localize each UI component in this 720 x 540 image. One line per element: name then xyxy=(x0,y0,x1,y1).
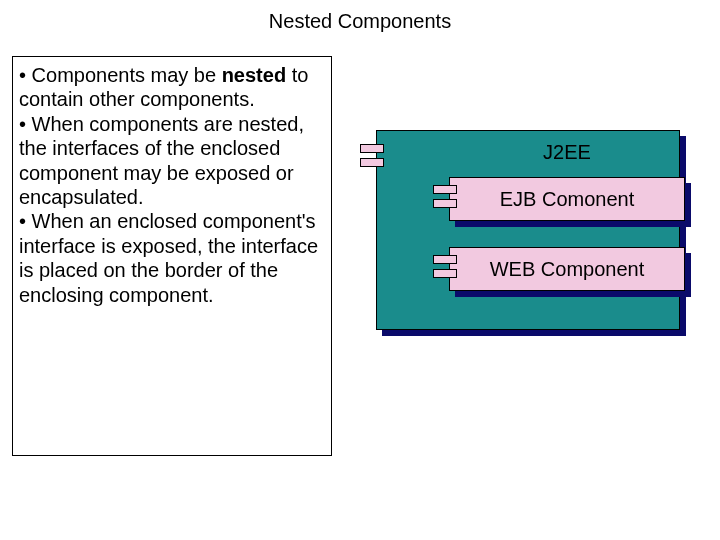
bullet-2: • When components are nested, the interf… xyxy=(19,112,323,210)
bullet-1-pre: • Components may be xyxy=(19,64,222,86)
outer-component: J2EE EJB Comonent WEB Component xyxy=(376,130,680,330)
component-diagram: J2EE EJB Comonent WEB Component xyxy=(348,130,692,340)
body-text: • Components may be nested to contain ot… xyxy=(12,56,332,456)
web-lugs-icon xyxy=(433,255,461,283)
web-component: WEB Component xyxy=(449,247,685,291)
bullet-1: • Components may be nested to contain ot… xyxy=(19,63,323,112)
bullet-1-bold: nested xyxy=(222,64,286,86)
slide-title: Nested Components xyxy=(0,10,720,33)
ejb-label: EJB Comonent xyxy=(500,188,635,211)
bullet-3: • When an enclosed component's interface… xyxy=(19,209,323,307)
ejb-component: EJB Comonent xyxy=(449,177,685,221)
slide: Nested Components • Components may be ne… xyxy=(0,0,720,540)
outer-label: J2EE xyxy=(497,141,637,164)
outer-lugs-icon xyxy=(360,144,388,172)
web-label: WEB Component xyxy=(490,258,645,281)
ejb-lugs-icon xyxy=(433,185,461,213)
